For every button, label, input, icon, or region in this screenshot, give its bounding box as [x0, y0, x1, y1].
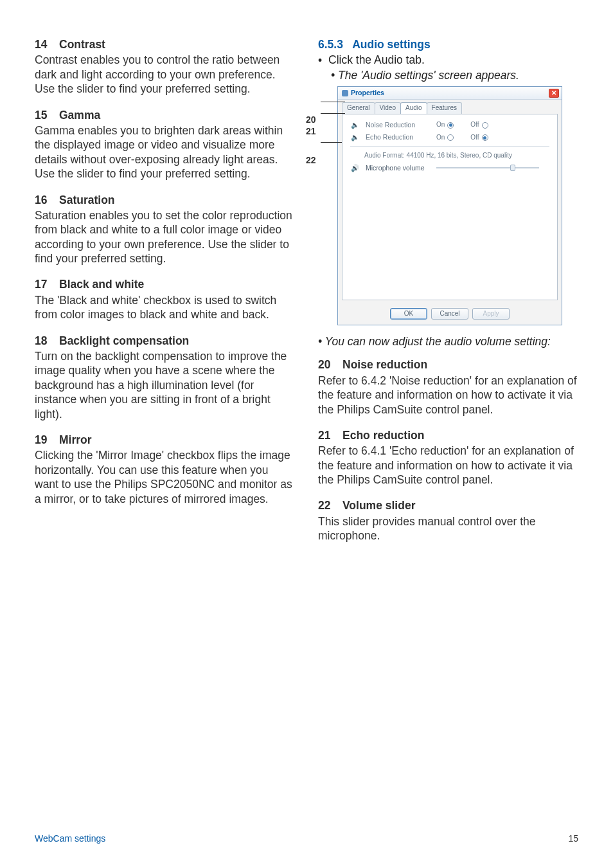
heading-volume-slider: 22 Volume slider: [318, 498, 578, 512]
noise-reduction-off-option[interactable]: Off: [470, 121, 488, 129]
subsection-title: Audio settings: [352, 38, 431, 51]
separator: [350, 146, 549, 147]
heading-saturation: 16 Saturation: [35, 193, 295, 207]
heading-number: 21: [318, 428, 333, 442]
dialog-tabs: General Video Audio Features: [338, 100, 562, 114]
noise-reduction-on-option[interactable]: On: [436, 121, 454, 129]
body-noise-reduction: Refer to 6.4.2 'Noise reduction' for an …: [318, 374, 578, 417]
step-text: Click the Audio tab.: [328, 53, 425, 68]
speaker-icon: 🔈: [350, 133, 359, 141]
heading-number: 22: [318, 498, 333, 512]
speaker-icon: 🔈: [350, 121, 359, 129]
body-mirror: Clicking the 'Mirror Image' checkbox fli…: [35, 448, 295, 506]
body-gamma: Gamma enables you to brighten dark areas…: [35, 123, 295, 181]
result-adjust-audio-volume: • You can now adjust the audio volume se…: [318, 334, 578, 348]
heading-title: Volume slider: [342, 498, 415, 512]
heading-mirror: 19 Mirror: [35, 433, 295, 447]
close-button[interactable]: ✕: [549, 89, 559, 98]
tab-audio[interactable]: Audio: [400, 102, 427, 114]
heading-echo-reduction: 21 Echo reduction: [318, 428, 578, 442]
heading-title: Gamma: [59, 108, 100, 122]
heading-noise-reduction: 20 Noise reduction: [318, 357, 578, 372]
echo-reduction-label: Echo Reduction: [366, 133, 430, 141]
echo-reduction-off-option[interactable]: Off: [470, 134, 488, 142]
page-footer: WebCam settings 15: [35, 833, 578, 845]
heading-number: 14: [35, 37, 50, 51]
cancel-button[interactable]: Cancel: [431, 308, 468, 320]
tab-features[interactable]: Features: [427, 102, 462, 114]
heading-title: Backlight compensation: [59, 334, 189, 348]
echo-reduction-row: 🔈 Echo Reduction On Off: [350, 133, 549, 141]
subsection-heading-audio-settings: 6.5.3 Audio settings: [318, 37, 578, 51]
noise-reduction-label: Noise Reduction: [366, 121, 430, 129]
radio-icon: [447, 134, 454, 141]
body-contrast: Contrast enables you to control the rati…: [35, 53, 295, 96]
callout-21: 21: [306, 127, 316, 136]
radio-icon: [447, 122, 454, 129]
window-icon: [342, 90, 348, 96]
callout-20: 20: [306, 115, 316, 124]
heading-title: Echo reduction: [342, 428, 424, 442]
body-black-and-white: The 'Black and white' checkbox is used t…: [35, 293, 295, 322]
properties-dialog-figure: Properties ✕ General Video Audio Feature…: [337, 86, 562, 325]
heading-black-and-white: 17 Black and white: [35, 277, 295, 291]
leader-line: [321, 102, 345, 102]
ok-button[interactable]: OK: [390, 308, 427, 320]
heading-number: 17: [35, 277, 50, 291]
microphone-volume-label: Microphone volume: [366, 164, 430, 172]
microphone-volume-slider[interactable]: [436, 167, 539, 168]
audio-tab-panel: 🔈 Noise Reduction On Off 🔈 Echo Reductio…: [342, 114, 558, 300]
apply-button[interactable]: Apply: [472, 308, 510, 320]
heading-number: 19: [35, 433, 50, 447]
body-volume-slider: This slider provides manual control over…: [318, 514, 578, 543]
dialog-button-row: OK Cancel Apply: [338, 304, 562, 325]
dialog-titlebar[interactable]: Properties ✕: [338, 87, 562, 100]
footer-page-number: 15: [568, 833, 578, 845]
heading-number: 20: [318, 357, 333, 372]
properties-dialog: Properties ✕ General Video Audio Feature…: [337, 86, 562, 325]
audio-format-text: Audio Format: 44100 Hz, 16 bits, Stereo,…: [364, 152, 549, 160]
heading-gamma: 15 Gamma: [35, 108, 295, 122]
step-result-audio-screen: • The 'Audio settings' screen appears.: [318, 68, 578, 82]
echo-reduction-on-option[interactable]: On: [436, 134, 454, 142]
radio-icon: [482, 122, 488, 129]
heading-title: Saturation: [59, 193, 115, 207]
callout-22: 22: [306, 156, 316, 165]
heading-backlight-compensation: 18 Backlight compensation: [35, 334, 295, 348]
footer-section-label: WebCam settings: [35, 833, 105, 845]
body-backlight-compensation: Turn on the backlight compensation to im…: [35, 349, 295, 421]
dialog-title: Properties: [342, 89, 384, 97]
subsection-number: 6.5.3: [318, 38, 343, 51]
heading-number: 18: [35, 334, 50, 348]
heading-title: Contrast: [59, 37, 105, 51]
slider-thumb[interactable]: [510, 165, 515, 171]
microphone-volume-row: 🔊 Microphone volume: [350, 164, 549, 172]
heading-title: Noise reduction: [342, 357, 427, 372]
heading-number: 16: [35, 193, 50, 207]
body-saturation: Saturation enables you to set the color …: [35, 208, 295, 266]
body-echo-reduction: Refer to 6.4.1 'Echo reduction' for an e…: [318, 444, 578, 487]
noise-reduction-row: 🔈 Noise Reduction On Off: [350, 121, 549, 129]
bullet-icon: •: [318, 53, 322, 68]
step-click-audio-tab: • Click the Audio tab.: [318, 53, 578, 68]
heading-title: Black and white: [59, 277, 144, 291]
heading-contrast: 14 Contrast: [35, 37, 295, 51]
heading-title: Mirror: [59, 433, 92, 447]
radio-icon: [482, 134, 488, 141]
tab-video[interactable]: Video: [375, 102, 401, 114]
volume-icon: 🔊: [350, 164, 359, 172]
heading-number: 15: [35, 108, 50, 122]
tab-general[interactable]: General: [342, 102, 375, 114]
